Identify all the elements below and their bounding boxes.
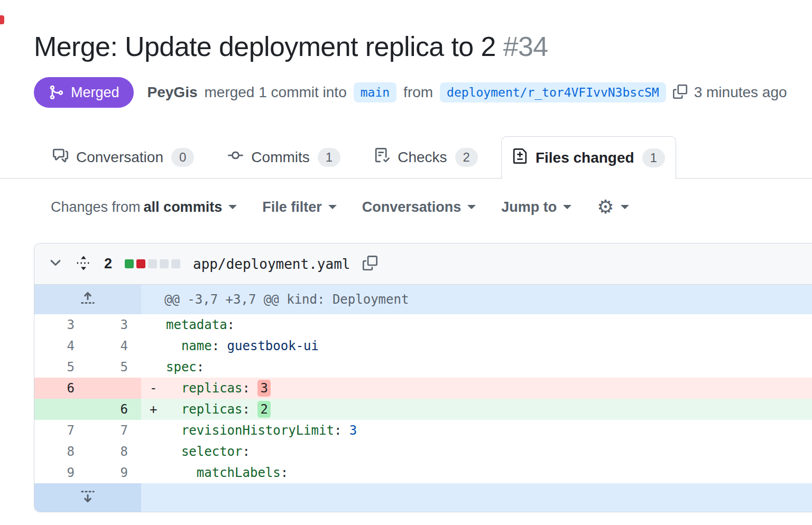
- token-punct: :: [281, 465, 288, 480]
- head-branch-label[interactable]: deployment/r_tor4VFIvvN3bscSM: [440, 82, 666, 102]
- diffstat-squares: [125, 259, 180, 268]
- diff-line-added: 6+ replicas: 2: [34, 399, 812, 420]
- new-line-number[interactable]: 4: [88, 335, 141, 357]
- fold-down-icon: [80, 489, 96, 508]
- copy-icon: [673, 85, 687, 100]
- diff-line-context: 88 selector:: [34, 441, 812, 462]
- checklist-icon: [374, 148, 390, 167]
- expand-hunk-up-button[interactable]: [34, 285, 141, 314]
- expand-hunk-down-button[interactable]: [34, 483, 141, 512]
- diffstat-square-deletion: [136, 259, 145, 268]
- tab-counter: 1: [642, 148, 665, 167]
- token-key: selector: [181, 444, 243, 459]
- conversations-dropdown[interactable]: Conversations: [362, 199, 476, 215]
- conversations-label: Conversations: [362, 199, 462, 215]
- code-line: selector:: [141, 441, 812, 462]
- jump-to-dropdown[interactable]: Jump to: [501, 199, 571, 215]
- file-filter-label: File filter: [262, 199, 322, 215]
- diff-settings-dropdown[interactable]: ⚙: [597, 198, 629, 217]
- diffstat-square-addition: [125, 259, 134, 268]
- collapse-file-button[interactable]: [48, 256, 63, 272]
- code-line: revisionHistoryLimit: 3: [141, 420, 812, 441]
- pr-title-text: Merge: Update deployment replica to 2: [34, 31, 496, 62]
- expand-bottom-row: [34, 483, 812, 512]
- old-line-number[interactable]: 3: [34, 314, 88, 335]
- token-key: metadata: [166, 317, 227, 332]
- tab-conversation[interactable]: Conversation0: [42, 136, 205, 178]
- jump-to-label: Jump to: [501, 199, 557, 215]
- changes-from-dropdown[interactable]: Changes from all commits: [51, 199, 237, 215]
- new-line-number[interactable]: 9: [88, 462, 141, 483]
- pr-title: Merge: Update deployment replica to 2 #3…: [34, 29, 548, 64]
- token-num: 3: [349, 423, 357, 438]
- code-line: matchLabels:: [141, 462, 812, 483]
- tab-commits[interactable]: Commits1: [217, 136, 351, 178]
- tab-checks[interactable]: Checks2: [364, 136, 488, 178]
- new-line-number[interactable]: 8: [88, 441, 141, 462]
- copy-path-button[interactable]: [363, 256, 377, 272]
- tab-counter: 0: [171, 148, 194, 167]
- merged-status-badge: Merged: [34, 77, 134, 108]
- unfold-handle-icon[interactable]: [76, 255, 91, 273]
- tab-counter: 1: [318, 148, 340, 167]
- token-punct: :: [227, 317, 235, 332]
- pr-meta-row: Merged PeyGis merged 1 commit into main …: [34, 77, 787, 108]
- new-line-number[interactable]: [88, 378, 141, 399]
- from-text: from: [403, 84, 433, 101]
- old-line-number[interactable]: 4: [34, 335, 88, 357]
- base-branch-label[interactable]: main: [354, 82, 396, 102]
- diff-line-context: 33metadata:: [34, 314, 812, 335]
- token-punct: :: [243, 444, 250, 459]
- hunk-header-text: @@ -3,7 +3,7 @@ kind: Deployment: [141, 285, 812, 314]
- chevron-down-icon: [48, 256, 63, 272]
- file-filter-dropdown[interactable]: File filter: [262, 199, 337, 215]
- diff-line-context: 77 revisionHistoryLimit: 3: [34, 420, 812, 441]
- chevron-down-icon: [328, 205, 337, 213]
- token-hl-add: 2: [257, 401, 270, 418]
- tab-label: Checks: [398, 149, 447, 166]
- code-line: spec:: [141, 357, 812, 378]
- expand-row-filler: [141, 483, 812, 512]
- token-plain: [166, 339, 181, 353]
- token-key: revisionHistoryLimit: [181, 423, 334, 438]
- token-key: matchLabels: [197, 465, 281, 480]
- token-punct: :: [334, 423, 342, 438]
- diffstat-square-neutral: [171, 259, 180, 268]
- new-line-number[interactable]: 7: [88, 420, 141, 441]
- old-line-number[interactable]: 6: [34, 378, 88, 399]
- old-line-number[interactable]: 8: [34, 441, 88, 462]
- token-key: replicas: [181, 381, 243, 396]
- token-plain: [250, 381, 257, 396]
- token-plain: [166, 465, 197, 480]
- tab-files-changed[interactable]: Files changed1: [501, 136, 676, 179]
- copy-branch-button[interactable]: [673, 85, 687, 100]
- diff-table: @@ -3,7 +3,7 @@ kind: Deployment33metada…: [34, 285, 812, 512]
- token-plain: [166, 444, 181, 459]
- old-line-number[interactable]: 9: [34, 462, 88, 483]
- token-plain: [166, 381, 181, 396]
- new-line-number[interactable]: 3: [88, 314, 141, 335]
- file-path[interactable]: app/deployment.yaml: [193, 256, 350, 272]
- diff-line-context: 44 name: guestbook-ui: [34, 335, 812, 357]
- token-punct: :: [243, 381, 250, 396]
- comment-discussion-icon: [53, 148, 68, 167]
- changed-lines-count: 2: [104, 256, 112, 272]
- token-hl-del: 3: [257, 380, 270, 397]
- token-plain: [166, 402, 181, 417]
- diff-line-context: 55spec:: [34, 357, 812, 378]
- diff-line-deleted: 6- replicas: 3: [34, 378, 812, 399]
- chevron-down-icon: [228, 205, 237, 213]
- old-line-number[interactable]: 5: [34, 357, 88, 378]
- new-line-number[interactable]: 5: [88, 357, 141, 378]
- diff-toolbar: Changes from all commits File filter Con…: [51, 198, 629, 217]
- author-login[interactable]: PeyGis: [147, 84, 198, 101]
- token-key: name: [181, 339, 212, 353]
- code-line: name: guestbook-ui: [141, 335, 812, 357]
- new-line-number[interactable]: 6: [88, 399, 141, 420]
- pr-number: #34: [503, 31, 548, 62]
- old-line-number[interactable]: 7: [34, 420, 88, 441]
- token-plain: [219, 339, 227, 353]
- old-line-number[interactable]: [34, 399, 88, 420]
- chevron-down-icon: [621, 205, 629, 213]
- chevron-down-icon: [467, 205, 476, 213]
